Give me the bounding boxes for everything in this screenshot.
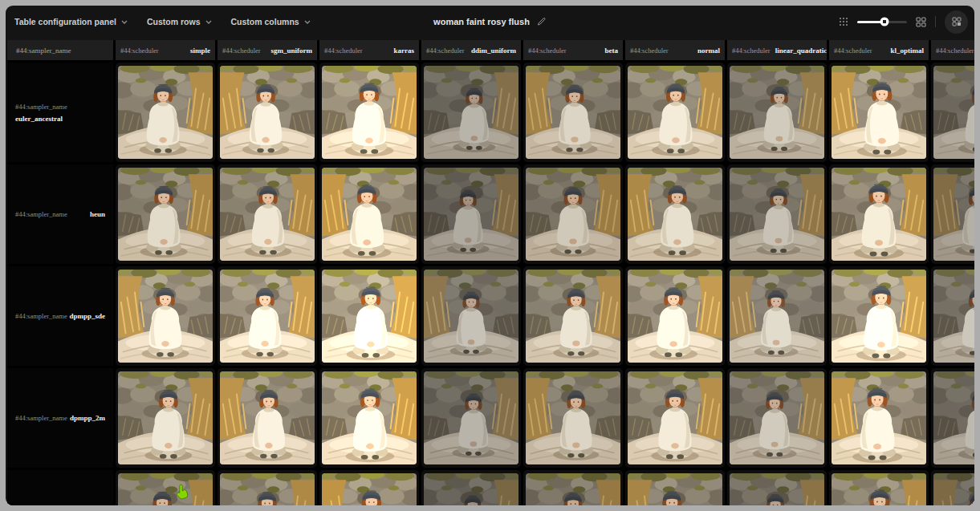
row-value-label: heun	[90, 210, 105, 218]
image-cell[interactable]	[218, 266, 317, 366]
image-cell[interactable]	[523, 164, 623, 264]
image-cell[interactable]	[116, 470, 215, 505]
image-cell[interactable]	[829, 164, 929, 264]
image-cell[interactable]	[421, 63, 521, 162]
image-cell[interactable]	[116, 368, 215, 468]
column-header-cell: #44:schedulerddim_uniform	[421, 40, 521, 60]
generated-image	[730, 371, 824, 464]
image-cell[interactable]	[421, 164, 521, 264]
column-header-cell: #44:schedulerkarras	[319, 40, 419, 60]
generated-image	[933, 66, 974, 159]
image-cell[interactable]	[523, 63, 623, 162]
generated-image	[628, 66, 722, 159]
generated-image	[628, 168, 722, 261]
generated-image	[220, 66, 315, 159]
image-cell[interactable]	[727, 164, 827, 264]
topbar: Table configuration panel Custom rows Cu…	[6, 6, 974, 38]
image-cell[interactable]	[116, 266, 215, 366]
column-header-cell: #44:schedulernormal	[625, 40, 725, 60]
image-cell[interactable]	[523, 470, 623, 505]
row-value-label: dpmpp_sde	[69, 312, 105, 320]
generated-image	[933, 473, 974, 505]
generated-image	[628, 473, 722, 505]
generated-image	[118, 168, 213, 261]
column-param-label: #44:scheduler	[936, 47, 974, 55]
image-cell[interactable]	[625, 368, 725, 468]
image-cell[interactable]	[625, 266, 725, 366]
generated-image	[220, 270, 315, 363]
grid-panel-icon	[952, 17, 962, 26]
image-cell[interactable]	[421, 470, 521, 505]
image-cell[interactable]	[116, 164, 215, 264]
grid-dots-icon[interactable]	[839, 17, 848, 26]
image-cell[interactable]	[523, 368, 623, 468]
column-value-label: normal	[697, 47, 720, 55]
column-header-cell: #44:schedulersgm_uniform	[218, 40, 317, 60]
image-cell[interactable]	[931, 368, 974, 468]
image-cell[interactable]	[116, 63, 215, 162]
image-cell[interactable]	[829, 470, 929, 505]
image-cell[interactable]	[218, 470, 317, 505]
column-value-label: simple	[190, 47, 210, 55]
generated-image	[322, 270, 417, 363]
custom-columns-button[interactable]: Custom columns	[231, 17, 311, 26]
row-value-label: euler_ancestral	[15, 115, 63, 123]
custom-columns-label: Custom columns	[231, 17, 299, 26]
grid-view-button[interactable]	[945, 10, 968, 34]
image-cell[interactable]	[829, 266, 929, 366]
image-cell[interactable]	[931, 63, 974, 162]
image-cell[interactable]	[625, 470, 725, 505]
column-param-label: #44:scheduler	[630, 47, 669, 55]
slider-track[interactable]	[857, 21, 907, 23]
image-cell[interactable]	[727, 266, 827, 366]
image-cell[interactable]	[218, 63, 317, 162]
image-cell[interactable]	[931, 266, 974, 366]
image-cell[interactable]	[727, 368, 827, 468]
column-param-label: #44:scheduler	[324, 47, 363, 55]
image-cell[interactable]	[931, 164, 974, 264]
image-cell[interactable]	[931, 470, 974, 505]
image-cell[interactable]	[319, 266, 419, 366]
generated-image	[118, 371, 213, 464]
image-cell[interactable]	[829, 368, 929, 468]
column-param-label: #44:scheduler	[732, 47, 771, 55]
column-header-cell: #44:schedulerkl_optimal	[829, 40, 929, 60]
image-cell[interactable]	[319, 470, 419, 505]
column-value-label: kl_optimal	[890, 47, 924, 55]
generated-image	[526, 371, 620, 464]
generated-image	[832, 270, 926, 363]
image-cell[interactable]	[319, 63, 419, 162]
image-cell[interactable]	[218, 368, 317, 468]
image-cell[interactable]	[319, 164, 419, 264]
generated-image	[730, 66, 824, 159]
column-header-cell: #44:scheduler	[931, 40, 974, 60]
generated-image	[424, 168, 518, 261]
image-cell[interactable]	[319, 368, 419, 468]
image-cell[interactable]	[625, 63, 725, 162]
image-cell[interactable]	[421, 368, 521, 468]
generated-image	[730, 270, 824, 363]
generated-image	[322, 168, 417, 261]
image-cell[interactable]	[727, 63, 827, 162]
image-cell[interactable]	[727, 470, 827, 505]
slider-thumb[interactable]	[880, 18, 889, 26]
table-configuration-panel-button[interactable]: Table configuration panel	[14, 17, 128, 26]
generated-image	[933, 168, 974, 261]
generated-image	[526, 270, 620, 363]
edit-title-button[interactable]	[537, 17, 547, 26]
column-param-label: #44:scheduler	[426, 47, 465, 55]
generated-image	[322, 66, 417, 159]
custom-rows-button[interactable]: Custom rows	[147, 17, 212, 26]
vertical-divider	[935, 16, 936, 27]
chevron-down-icon	[304, 20, 311, 24]
image-cell[interactable]	[625, 164, 725, 264]
image-cell[interactable]	[421, 266, 521, 366]
image-cell[interactable]	[218, 164, 317, 264]
generated-image	[118, 66, 213, 159]
image-cell[interactable]	[829, 63, 929, 162]
column-header-cell: #44:schedulerbeta	[523, 40, 623, 60]
grid-2x2-icon[interactable]	[916, 17, 926, 27]
image-cell[interactable]	[523, 266, 623, 366]
thumbnail-size-slider[interactable]	[857, 16, 907, 27]
board-title-wrap: woman faint rosy flush	[433, 6, 547, 38]
